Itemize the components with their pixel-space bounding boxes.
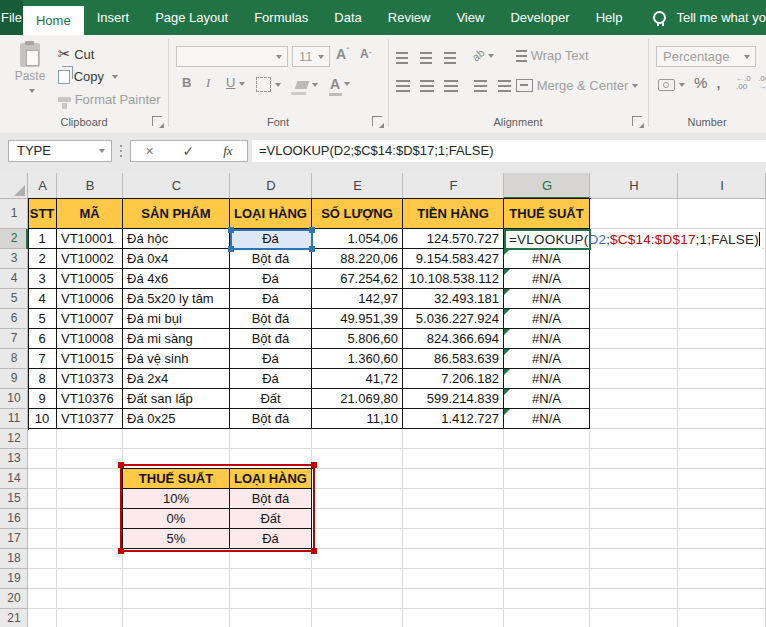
cell-B16[interactable] — [57, 509, 123, 529]
cell-B1[interactable]: MÃ — [57, 199, 123, 229]
cell-E4[interactable]: 67.254,62 — [312, 269, 403, 289]
bold-button[interactable]: B — [182, 75, 191, 90]
tab-review[interactable]: Review — [375, 0, 444, 35]
cell-D12[interactable] — [230, 429, 312, 449]
cell-H21[interactable] — [590, 609, 678, 627]
cell-F7[interactable]: 824.366.694 — [403, 329, 504, 349]
tab-developer[interactable]: Developer — [497, 0, 582, 35]
cell-G15[interactable] — [504, 489, 590, 509]
cell-H11[interactable] — [590, 409, 678, 429]
column-header-E[interactable]: E — [312, 173, 403, 199]
cell-C21[interactable] — [123, 609, 230, 627]
cell-I9[interactable] — [678, 369, 766, 389]
cell-G1[interactable]: THUẾ SUẤT — [504, 199, 590, 229]
cell-G13[interactable] — [504, 449, 590, 469]
cell-E5[interactable]: 142,97 — [312, 289, 403, 309]
range-handle-icon[interactable] — [311, 462, 317, 468]
cell-A18[interactable] — [28, 549, 57, 569]
cell-A15[interactable] — [28, 489, 57, 509]
cell-B5[interactable]: VT10006 — [57, 289, 123, 309]
cell-editor-g2[interactable]: =VLOOKUP(D2;$C$14:$D$17;1;FALSE) — [504, 229, 762, 250]
row-header-3[interactable]: 3 — [0, 249, 28, 269]
cell-C8[interactable]: Đá vệ sinh — [123, 349, 230, 369]
cell-I13[interactable] — [678, 449, 766, 469]
cell-H1[interactable] — [590, 199, 678, 229]
cell-B19[interactable] — [57, 569, 123, 589]
cell-I5[interactable] — [678, 289, 766, 309]
cell-A5[interactable]: 4 — [28, 289, 57, 309]
row-header-9[interactable]: 9 — [0, 369, 28, 389]
cell-H14[interactable] — [590, 469, 678, 489]
cell-B4[interactable]: VT10005 — [57, 269, 123, 289]
cell-E9[interactable]: 41,72 — [312, 369, 403, 389]
cell-E20[interactable] — [312, 589, 403, 609]
cell-B20[interactable] — [57, 589, 123, 609]
cell-D18[interactable] — [230, 549, 312, 569]
cell-D4[interactable]: Đá — [230, 269, 312, 289]
column-header-C[interactable]: C — [123, 173, 230, 199]
cell-C3[interactable]: Đá 0x4 — [123, 249, 230, 269]
cell-B11[interactable]: VT10377 — [57, 409, 123, 429]
cell-B10[interactable]: VT10376 — [57, 389, 123, 409]
cell-F16[interactable] — [403, 509, 504, 529]
cell-B9[interactable]: VT10373 — [57, 369, 123, 389]
cell-I17[interactable] — [678, 529, 766, 549]
cell-F11[interactable]: 1.412.727 — [403, 409, 504, 429]
range-handle-icon[interactable] — [309, 227, 315, 233]
name-box[interactable]: TYPE — [8, 140, 112, 162]
cell-A7[interactable]: 6 — [28, 329, 57, 349]
cell-G3[interactable]: #N/A — [504, 249, 590, 269]
cell-G19[interactable] — [504, 569, 590, 589]
cell-C9[interactable]: Đá 2x4 — [123, 369, 230, 389]
cell-I20[interactable] — [678, 589, 766, 609]
tab-insert[interactable]: Insert — [84, 0, 143, 35]
cell-H8[interactable] — [590, 349, 678, 369]
cell-I10[interactable] — [678, 389, 766, 409]
top-align-button[interactable] — [396, 49, 408, 64]
cell-D20[interactable] — [230, 589, 312, 609]
underline-button[interactable]: U — [226, 75, 245, 90]
cell-I19[interactable] — [678, 569, 766, 589]
cell-F2[interactable]: 124.570.727 — [403, 229, 504, 249]
tab-formulas[interactable]: Formulas — [241, 0, 321, 35]
cell-B21[interactable] — [57, 609, 123, 627]
cell-A9[interactable]: 8 — [28, 369, 57, 389]
cell-C11[interactable]: Đá 0x25 — [123, 409, 230, 429]
font-size-combo[interactable]: 11 — [292, 46, 330, 67]
cell-I18[interactable] — [678, 549, 766, 569]
alignment-dialog-launcher[interactable] — [632, 116, 642, 126]
cell-H13[interactable] — [590, 449, 678, 469]
tell-me-box[interactable]: Tell me what yo — [653, 0, 766, 35]
middle-align-button[interactable] — [420, 49, 432, 64]
cell-H3[interactable] — [590, 249, 678, 269]
cell-A8[interactable]: 7 — [28, 349, 57, 369]
cell-I11[interactable] — [678, 409, 766, 429]
row-header-10[interactable]: 10 — [0, 389, 28, 409]
cell-F14[interactable] — [403, 469, 504, 489]
bottom-align-button[interactable] — [444, 49, 456, 64]
borders-button[interactable] — [256, 76, 281, 92]
cell-E3[interactable]: 88.220,06 — [312, 249, 403, 269]
cell-A21[interactable] — [28, 609, 57, 627]
cell-A1[interactable]: STT — [28, 199, 57, 229]
cell-F12[interactable] — [403, 429, 504, 449]
cell-D21[interactable] — [230, 609, 312, 627]
column-header-H[interactable]: H — [590, 173, 678, 199]
cell-I6[interactable] — [678, 309, 766, 329]
row-header-5[interactable]: 5 — [0, 289, 28, 309]
decrease-decimal-button[interactable]: .00 →.0 — [758, 75, 766, 92]
cell-E13[interactable] — [312, 449, 403, 469]
italic-button[interactable]: I — [206, 75, 210, 91]
cell-C7[interactable]: Đá mi sàng — [123, 329, 230, 349]
row-header-19[interactable]: 19 — [0, 569, 28, 589]
cell-E19[interactable] — [312, 569, 403, 589]
cell-G7[interactable]: #N/A — [504, 329, 590, 349]
fill-color-button[interactable] — [296, 76, 318, 91]
range-handle-icon[interactable] — [228, 246, 234, 252]
cell-A6[interactable]: 5 — [28, 309, 57, 329]
cell-B17[interactable] — [57, 529, 123, 549]
cell-D9[interactable]: Đá — [230, 369, 312, 389]
row-header-15[interactable]: 15 — [0, 489, 28, 509]
cell-G11[interactable]: #N/A — [504, 409, 590, 429]
cell-A14[interactable] — [28, 469, 57, 489]
